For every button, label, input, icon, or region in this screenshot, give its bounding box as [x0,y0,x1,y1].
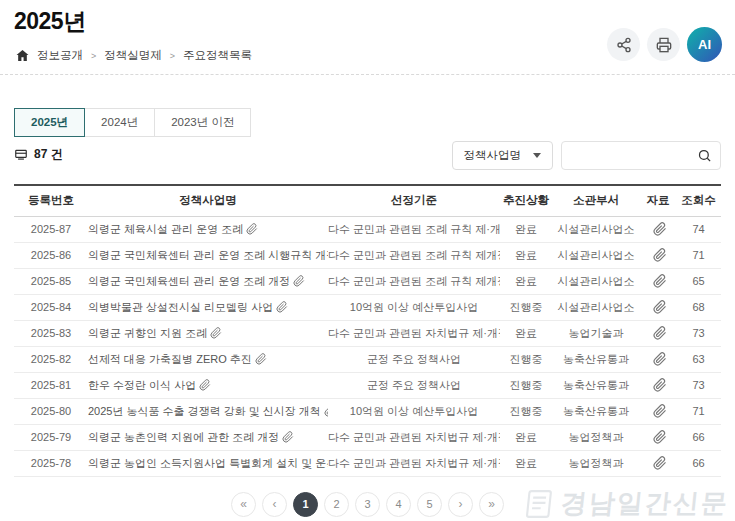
paperclip-icon [653,326,667,340]
policy-list-page: 2025년 정보공개 > 정책실명제 > 주요정책목록 AI 2025년 202… [0,0,735,521]
paperclip-icon [282,431,294,443]
cell-department: 농업기술과 [552,320,640,346]
tab-2024[interactable]: 2024년 [84,108,155,137]
col-header-views: 조회수 [676,185,721,216]
result-count-label: 87 건 [34,146,63,163]
page-button-3[interactable]: 3 [355,492,380,517]
cell-attachment[interactable] [640,268,676,294]
cell-views: 71 [676,398,721,424]
search-input[interactable] [570,150,697,162]
cell-policy-name[interactable]: 의령군 농업인 소득지원사업 특별회계 설치 및 운용 조례... [88,450,328,476]
paperclip-icon [210,327,222,339]
cell-reg-no: 2025-86 [14,242,88,268]
col-header-status: 추진상황 [500,185,552,216]
paperclip-icon [653,456,667,470]
cell-attachment[interactable] [640,320,676,346]
share-button[interactable] [607,28,640,61]
breadcrumb-separator: > [170,51,175,61]
search-field-select[interactable]: 정책사업명 [452,141,554,170]
cell-policy-name[interactable]: 의령군 국민체육센터 관리 운영 조례 개정 [88,268,328,294]
cell-views: 68 [676,294,721,320]
col-header-department: 소관부서 [552,185,640,216]
cell-reg-no: 2025-87 [14,216,88,242]
paperclip-icon [255,353,267,365]
cell-policy-name[interactable]: 의령군 국민체육센터 관리 운영 조례 시행규칙 개정 [88,242,328,268]
cell-attachment[interactable] [640,424,676,450]
paperclip-icon [653,274,667,288]
table-row[interactable]: 2025-81한우 수정란 이식 사업군정 주요 정책사업진행중농축산유통과73 [14,372,721,398]
cell-department: 시설관리사업소 [552,216,640,242]
cell-status: 완료 [500,268,552,294]
table-row[interactable]: 2025-802025년 농식품 수출 경쟁력 강화 및 신시장 개척10억원 … [14,398,721,424]
page-button-1[interactable]: 1 [293,492,318,517]
cell-attachment[interactable] [640,372,676,398]
cell-status: 완료 [500,242,552,268]
cell-attachment[interactable] [640,242,676,268]
cell-reg-no: 2025-84 [14,294,88,320]
next-page-button[interactable]: › [448,492,473,517]
table-row[interactable]: 2025-83의령군 귀향인 지원 조례다수 군민과 관련된 자치법규 제·개정… [14,320,721,346]
cell-attachment[interactable] [640,398,676,424]
first-page-button[interactable]: « [231,492,256,517]
cell-policy-name[interactable]: 한우 수정란 이식 사업 [88,372,328,398]
cell-status: 완료 [500,216,552,242]
header-divider [0,74,735,75]
list-toolbar: 87 건 정책사업명 [0,141,735,170]
paperclip-icon [199,379,211,391]
ai-assistant-button[interactable]: AI [687,27,722,62]
cell-criteria: 다수 군민과 관련된 조례 규칙 제·개정 사항 [328,216,500,242]
page-button-5[interactable]: 5 [417,492,442,517]
cell-policy-name[interactable]: 2025년 농식품 수출 경쟁력 강화 및 신시장 개척 [88,398,328,424]
cell-status: 진행중 [500,398,552,424]
cell-policy-name[interactable]: 의령군 체육시설 관리 운영 조례 [88,216,328,242]
last-page-button[interactable]: » [479,492,504,517]
cell-criteria: 군정 주요 정책사업 [328,372,500,398]
table-row[interactable]: 2025-87의령군 체육시설 관리 운영 조례다수 군민과 관련된 조례 규칙… [14,216,721,242]
cell-attachment[interactable] [640,450,676,476]
table-row[interactable]: 2025-84의병박물관 상설전시실 리모델링 사업10억원 이상 예산투입사업… [14,294,721,320]
cell-criteria: 다수 군민과 관련된 자치법규 제·개정사항 [328,424,500,450]
paperclip-icon [324,405,328,417]
page-button-4[interactable]: 4 [386,492,411,517]
cell-status: 완료 [500,424,552,450]
cell-department: 농업정책과 [552,450,640,476]
cell-attachment[interactable] [640,346,676,372]
cell-attachment[interactable] [640,294,676,320]
paperclip-icon [653,404,667,418]
table-row[interactable]: 2025-85의령군 국민체육센터 관리 운영 조례 개정다수 군민과 관련된 … [14,268,721,294]
cell-department: 농축산유통과 [552,372,640,398]
tab-2023-earlier[interactable]: 2023년 이전 [154,108,251,137]
cell-attachment[interactable] [640,216,676,242]
breadcrumb-item-current[interactable]: 주요정책목록 [183,48,252,63]
prev-page-button[interactable]: ‹ [262,492,287,517]
cell-policy-name[interactable]: 선제적 대응 가축질병 ZERO 추진 [88,346,328,372]
breadcrumb-separator: > [91,51,96,61]
table-header-row: 등록번호 정책사업명 선정기준 추진상황 소관부서 자료 조회수 [14,185,721,216]
tab-2025[interactable]: 2025년 [14,108,85,137]
paperclip-icon [653,430,667,444]
cell-department: 농축산유통과 [552,346,640,372]
cell-department: 시설관리사업소 [552,268,640,294]
cell-views: 73 [676,320,721,346]
cell-reg-no: 2025-78 [14,450,88,476]
cell-status: 진행중 [500,372,552,398]
paperclip-icon [653,352,667,366]
page-button-2[interactable]: 2 [324,492,349,517]
search-icon[interactable] [697,148,712,163]
cell-department: 농업정책과 [552,424,640,450]
breadcrumb-item[interactable]: 정책실명제 [104,48,162,63]
cell-policy-name[interactable]: 의령군 귀향인 지원 조례 [88,320,328,346]
table-row[interactable]: 2025-82선제적 대응 가축질병 ZERO 추진군정 주요 정책사업진행중농… [14,346,721,372]
print-button[interactable] [647,28,680,61]
cell-policy-name[interactable]: 의병박물관 상설전시실 리모델링 사업 [88,294,328,320]
cell-policy-name[interactable]: 의령군 농촌인력 지원에 관한 조례 개정 [88,424,328,450]
cell-reg-no: 2025-81 [14,372,88,398]
table-row[interactable]: 2025-78의령군 농업인 소득지원사업 특별회계 설치 및 운용 조례...… [14,450,721,476]
table-row[interactable]: 2025-79의령군 농촌인력 지원에 관한 조례 개정다수 군민과 관련된 자… [14,424,721,450]
table-row[interactable]: 2025-86의령군 국민체육센터 관리 운영 조례 시행규칙 개정다수 군민과… [14,242,721,268]
cell-criteria: 다수 군민과 관련된 조례 규칙 제개정 [328,268,500,294]
header-actions: AI [607,27,722,62]
cell-views: 66 [676,450,721,476]
home-icon[interactable] [16,49,29,62]
breadcrumb-item[interactable]: 정보공개 [37,48,83,63]
